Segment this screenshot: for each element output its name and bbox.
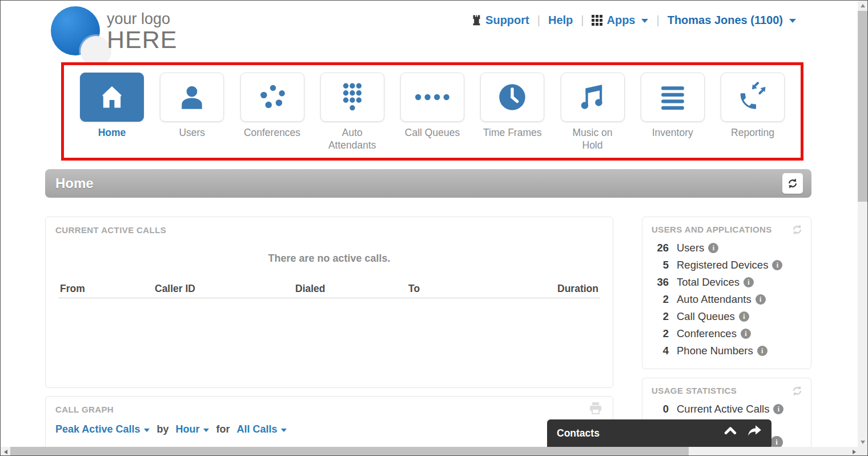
column-to: To (408, 283, 420, 295)
reporting-tile (721, 73, 785, 122)
info-icon[interactable]: i (744, 277, 754, 287)
contacts-dock-panel[interactable]: Contacts (547, 419, 771, 447)
users-tile (160, 73, 224, 122)
apps-grid-icon (592, 15, 602, 26)
vertical-scrollbar[interactable] (858, 1, 867, 447)
nav-label: Auto Attendants (323, 127, 382, 152)
help-link[interactable]: Help (548, 14, 573, 27)
nav-item-home[interactable]: Home (72, 73, 152, 158)
call-graph-filters: Peak Active Calls by Hour for All Calls (55, 423, 603, 435)
nav-item-auto-attendants[interactable]: Auto Attendants (312, 73, 392, 158)
nav-label: Users (179, 127, 205, 139)
stat-value: 36 (652, 276, 669, 289)
user-menu[interactable]: Thomas Jones (1100) (668, 14, 796, 27)
stat-value: 5 (652, 259, 669, 271)
music-on-hold-tile (561, 73, 625, 122)
info-icon[interactable]: i (773, 404, 783, 414)
nav-label: Reporting (731, 127, 774, 139)
scroll-down-button[interactable] (858, 437, 867, 447)
support-link[interactable]: Support (472, 14, 529, 27)
nav-label: Time Frames (483, 127, 541, 139)
scope-dropdown[interactable]: All Calls (236, 423, 287, 435)
metric-label: Peak Active Calls (55, 423, 140, 435)
column-dialed: Dialed (295, 283, 326, 295)
apps-menu[interactable]: Apps (592, 14, 648, 27)
nav-item-reporting[interactable]: Reporting (713, 73, 793, 158)
contacts-title: Contacts (547, 427, 600, 439)
stat-row-total-devices[interactable]: 36 Total Devices i (652, 274, 802, 291)
page-header-bar: Home (45, 169, 811, 198)
nav-item-users[interactable]: Users (152, 73, 232, 158)
stats-list: 26 Users i 5 Registered Devices i 36 Tot… (652, 239, 802, 359)
info-icon[interactable]: i (772, 260, 782, 270)
help-label: Help (548, 14, 573, 27)
scroll-left-button[interactable] (1, 447, 10, 456)
expand-up-icon[interactable] (724, 424, 737, 438)
header-links: Support | Help | Apps | Thomas Jones (11… (472, 12, 796, 28)
stat-row-auto-attendants[interactable]: 2 Auto Attendants i (652, 291, 802, 308)
nav-label: Music on Hold (563, 127, 622, 152)
stat-row-phone-numbers[interactable]: 4 Phone Numbers i (652, 342, 802, 359)
info-icon-partial[interactable]: i (770, 436, 783, 447)
scrollbar-corner (858, 447, 867, 456)
current-active-calls-panel: CURRENT ACTIVE CALLS There are no active… (45, 217, 613, 388)
horizontal-scrollbar[interactable] (1, 447, 859, 456)
nav-item-time-frames[interactable]: Time Frames (472, 73, 552, 158)
scroll-up-button[interactable] (858, 1, 867, 10)
panel-title: USAGE STATISTICS (652, 386, 802, 395)
home-icon (97, 82, 127, 112)
music-note-icon (578, 82, 607, 112)
stat-label: Total Devices (677, 276, 740, 289)
stat-label: Conferences (677, 327, 737, 340)
stat-value: 4 (652, 345, 669, 357)
empty-message: There are no active calls. (55, 253, 603, 265)
nav-item-inventory[interactable]: Inventory (633, 73, 713, 158)
call-queues-tile (400, 73, 464, 122)
info-icon[interactable]: i (708, 243, 718, 253)
page-title: Home (45, 175, 94, 191)
stat-label: Registered Devices (677, 259, 768, 271)
clock-icon (497, 82, 527, 112)
nav-label: Conferences (244, 127, 300, 139)
table-header-divider (58, 298, 600, 298)
stat-value: 2 (652, 310, 669, 323)
vertical-scroll-thumb[interactable] (858, 11, 867, 202)
interval-dropdown[interactable]: Hour (175, 423, 209, 435)
stat-row-call-queues[interactable]: 2 Call Queues i (652, 308, 802, 325)
info-icon[interactable]: i (739, 311, 749, 322)
nav-item-conferences[interactable]: Conferences (232, 73, 312, 158)
scope-label: All Calls (236, 423, 277, 435)
print-icon[interactable] (589, 402, 602, 417)
horizontal-scroll-thumb[interactable] (10, 447, 689, 456)
column-duration: Duration (557, 283, 598, 295)
stat-row-users[interactable]: 26 Users i (652, 239, 802, 257)
home-tile (80, 73, 144, 122)
refresh-button[interactable] (782, 173, 803, 194)
user-icon (178, 83, 206, 111)
metric-dropdown[interactable]: Peak Active Calls (55, 423, 150, 435)
stat-row-conferences[interactable]: 2 Conferences i (652, 325, 802, 342)
dots-circle-icon (258, 83, 287, 111)
chevron-down-icon (789, 19, 796, 23)
divider: | (656, 14, 659, 27)
apps-label: Apps (606, 14, 635, 27)
user-label: Thomas Jones (1100) (668, 14, 783, 27)
nav-item-music-on-hold[interactable]: Music on Hold (553, 73, 633, 158)
refresh-icon[interactable] (791, 385, 803, 399)
stats-list: 0 Current Active Calls i (652, 401, 802, 418)
nav-item-call-queues[interactable]: Call Queues (392, 73, 472, 158)
call-graph-panel: CALL GRAPH Peak Active Calls by Hour for… (45, 396, 613, 447)
info-icon[interactable]: i (757, 346, 767, 356)
stat-row-current-active-calls[interactable]: 0 Current Active Calls i (652, 401, 802, 418)
refresh-icon[interactable] (791, 224, 803, 238)
time-frames-tile (480, 73, 544, 122)
stat-label: Users (677, 242, 704, 254)
interval-label: Hour (175, 423, 199, 435)
users-and-applications-panel: USERS AND APPLICATIONS 26 Users i 5 Regi… (642, 217, 811, 369)
stat-row-registered-devices[interactable]: 5 Registered Devices i (652, 257, 802, 274)
column-from: From (60, 283, 85, 295)
pop-out-arrow-icon[interactable] (748, 424, 762, 438)
info-icon[interactable]: i (756, 294, 766, 305)
logo-text: your logo HERE (107, 11, 177, 53)
info-icon[interactable]: i (741, 329, 751, 339)
